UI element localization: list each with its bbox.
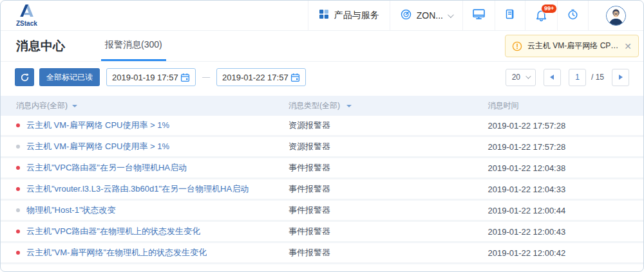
zstack-logo-icon (19, 5, 35, 19)
prev-page-button[interactable] (544, 69, 561, 86)
filter-caret-icon[interactable] (346, 105, 352, 107)
header-type-label: 消息类型(全部) (289, 101, 340, 110)
next-page-button[interactable] (612, 69, 629, 86)
unread-dot (16, 230, 20, 233)
arrow-left-icon (550, 75, 554, 80)
table-row[interactable]: 云主机"VPC路由器"在另一台物理机HA启动 事件报警器 2019-01-22 … (1, 158, 643, 179)
header-message-time: 消息时间 (488, 100, 643, 111)
unread-dot (16, 208, 20, 212)
unread-dot (16, 166, 20, 170)
calendar-icon[interactable] (180, 73, 190, 82)
console-button[interactable] (462, 1, 495, 30)
message-type: 资源报警器 (289, 120, 488, 131)
table-row[interactable]: 云主机"vrouter.l3.L3-云路由.3b60d1"在另一台物理机HA启动… (1, 179, 643, 201)
date-from-picker[interactable] (106, 68, 196, 86)
zstack-logo[interactable]: ZStack (16, 1, 37, 30)
message-time: 2019-01-22 12:04:33 (488, 185, 643, 194)
chevron-down-icon (526, 73, 531, 78)
tab-label: 报警消息(300) (105, 39, 162, 51)
message-time: 2019-01-22 17:57:28 (488, 121, 643, 131)
table-row[interactable]: 云主机"VPC路由器"在物理机上的状态发生变化 事件报警器 2019-01-22… (1, 222, 643, 243)
message-link[interactable]: 云主机"VPC路由器"在物理机上的状态发生变化 (26, 226, 200, 237)
zone-selector[interactable]: ZON... (390, 1, 462, 30)
header-message-content: 消息内容(全部) (1, 100, 289, 111)
message-type: 事件报警器 (289, 247, 488, 258)
pagination: 20 1 / 15 (506, 69, 629, 86)
toolbar: 全部标记已读 — (1, 62, 643, 93)
message-link[interactable]: 云主机"vrouter.l3.L3-云路由.3b60d1"在另一台物理机HA启动 (26, 183, 249, 195)
message-type: 事件报警器 (289, 204, 488, 216)
message-link[interactable]: 云主机"VM-扁平网络"在物理机上的状态发生变化 (26, 247, 207, 258)
app-window: ZStack 产品与服务 (0, 0, 644, 272)
unread-dot (16, 187, 20, 191)
message-time: 2019-01-22 12:00:42 (488, 248, 643, 258)
document-icon (505, 9, 515, 22)
message-type: 资源报警器 (289, 141, 488, 152)
notification-badge: 99+ (541, 4, 557, 14)
page-size-value: 20 (512, 73, 520, 82)
warning-icon (512, 41, 522, 51)
arrow-right-icon (619, 75, 623, 80)
grid-icon (319, 9, 329, 22)
zstack-logo-text: ZStack (16, 20, 37, 27)
message-time: 2019-01-22 17:57:28 (488, 142, 643, 152)
date-to-input[interactable] (222, 73, 290, 82)
message-type: 事件报警器 (289, 162, 488, 174)
message-type: 事件报警器 (289, 226, 488, 237)
notifications-button[interactable]: 99+ (525, 1, 557, 30)
table-row[interactable]: 云主机 VM-扁平网络 CPU使用率 > 1% 资源报警器 2019-01-22… (1, 137, 643, 158)
date-from-input[interactable] (112, 73, 180, 82)
message-link[interactable]: 物理机"Host-1"状态改变 (26, 204, 116, 216)
products-services-menu[interactable]: 产品与服务 (308, 1, 390, 30)
date-range-separator: — (202, 73, 210, 82)
unread-dot (16, 251, 20, 255)
user-menu[interactable] (588, 1, 643, 30)
header-time-label: 消息时间 (488, 101, 518, 110)
message-time: 2019-01-22 12:04:38 (488, 163, 643, 173)
messages-table: 消息内容(全部) 消息类型(全部) 消息时间 云主机 VM-扁平网络 CPU使用… (1, 96, 643, 264)
clock-icon (567, 9, 578, 23)
zone-label: ZON... (417, 10, 443, 21)
zone-gauge-icon (401, 9, 412, 23)
message-time: 2019-01-22 12:00:44 (488, 206, 643, 215)
message-link[interactable]: 云主机 VM-扁平网络 CPU使用率 > 1% (26, 120, 169, 131)
page-size-select[interactable]: 20 (506, 69, 536, 86)
header-content-label: 消息内容(全部) (16, 100, 68, 111)
docs-button[interactable] (495, 1, 525, 30)
current-page-box[interactable]: 1 (569, 69, 586, 86)
refresh-icon (20, 73, 30, 82)
table-row[interactable]: 物理机"Host-1"状态改变 事件报警器 2019-01-22 12:00:4… (1, 201, 643, 222)
table-header-row: 消息内容(全部) 消息类型(全部) 消息时间 (1, 96, 643, 116)
calendar-icon[interactable] (290, 73, 300, 82)
refresh-button[interactable] (15, 68, 34, 86)
tab-alarm-messages[interactable]: 报警消息(300) (101, 31, 166, 61)
message-link[interactable]: 云主机 VM-扁平网络 CPU使用率 > 1% (26, 141, 169, 152)
mark-all-read-button[interactable]: 全部标记已读 (39, 68, 100, 86)
message-link[interactable]: 云主机"VPC路由器"在另一台物理机HA启动 (26, 162, 187, 174)
close-icon[interactable]: ✕ (624, 42, 632, 51)
filter-caret-icon[interactable] (72, 105, 77, 107)
header-actions: 产品与服务 ZON... (308, 1, 643, 30)
bell-icon: 99+ (535, 10, 547, 22)
avatar (606, 6, 626, 26)
monitor-icon (473, 8, 485, 23)
table-row[interactable]: 云主机"VM-扁平网络"在物理机上的状态发生变化 事件报警器 2019-01-2… (1, 243, 643, 264)
toast-notification: 云主机 VM-扁平网络 CPU使... ✕ (505, 35, 639, 57)
toast-message[interactable]: 云主机 VM-扁平网络 CPU使... (527, 41, 619, 51)
table-body: 云主机 VM-扁平网络 CPU使用率 > 1% 资源报警器 2019-01-22… (1, 116, 643, 264)
header-message-type: 消息类型(全部) (289, 100, 488, 111)
page-title: 消息中心 (16, 38, 65, 55)
total-pages-label: / 15 (591, 73, 604, 82)
app-header: ZStack 产品与服务 (1, 1, 643, 31)
unread-dot (16, 145, 20, 149)
history-button[interactable] (557, 1, 588, 30)
products-services-label: 产品与服务 (334, 10, 379, 21)
table-row[interactable]: 云主机 VM-扁平网络 CPU使用率 > 1% 资源报警器 2019-01-22… (1, 116, 643, 137)
chevron-down-icon (448, 12, 454, 18)
unread-dot (16, 123, 20, 127)
message-time: 2019-01-22 12:00:43 (488, 227, 643, 237)
message-type: 事件报警器 (289, 183, 488, 195)
date-to-picker[interactable] (216, 68, 306, 86)
